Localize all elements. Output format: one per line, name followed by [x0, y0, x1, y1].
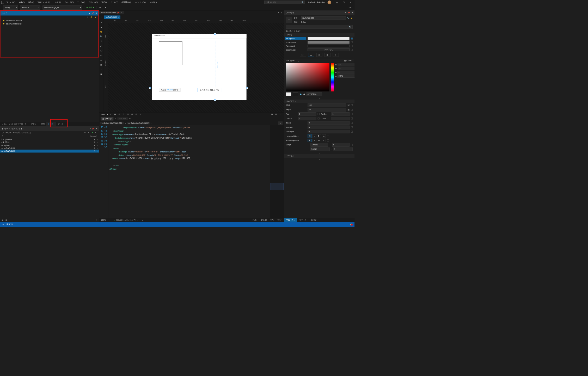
solid-brush-icon[interactable]: ▬ [308, 53, 314, 57]
add-trigger-icon[interactable]: ⚡ [90, 16, 92, 18]
popout-icon[interactable]: ⧉ [128, 118, 132, 120]
scope-up-icon[interactable]: ⤴ [2, 135, 3, 137]
margin-top-input[interactable] [310, 147, 329, 151]
brush-swatch[interactable] [308, 41, 350, 44]
reset-icon[interactable]: ⟳ [348, 104, 350, 106]
visibility-icon[interactable]: 👁 [94, 141, 95, 143]
delete-trigger-icon[interactable]: ⚡ [95, 16, 97, 18]
tab-states[interactable]: 状態 [40, 122, 46, 126]
tree-row-grid[interactable]: ▾ ▦[Grid]👁○ [0, 141, 99, 144]
zindex-input[interactable] [308, 121, 350, 125]
visibility-icon[interactable]: 👁 [94, 147, 95, 149]
halign-stretch[interactable]: ⇔ [322, 134, 326, 138]
notifications-icon[interactable]: 🔔 [350, 223, 352, 225]
add-pane-button[interactable]: ＋ [278, 121, 283, 125]
no-brush-icon[interactable]: ⃠ [300, 53, 306, 57]
popout-icon[interactable]: ▢ [298, 60, 299, 62]
close-icon[interactable]: ✕ [95, 12, 97, 14]
grid-snap-icon[interactable]: ▦ [113, 113, 117, 116]
menu-view[interactable]: 表示(V) [27, 1, 35, 4]
minimap[interactable] [270, 125, 284, 218]
tree-row-window[interactable]: ▾ ▭[Window]👁○ [0, 138, 99, 140]
preview-button-200[interactable]: 幅と高さを 200 にする [198, 88, 221, 92]
trigger-item[interactable]: btnToWidth100.Click [1, 19, 99, 22]
menu-team[interactable]: チーム(M) [76, 1, 87, 4]
pan-tool-icon[interactable]: 🖐 [99, 29, 103, 34]
close-tab-icon[interactable]: ✕ [120, 11, 122, 14]
value-marker[interactable] [351, 122, 353, 124]
valign-bottom[interactable]: ⯆ [317, 139, 321, 142]
preview-button-100[interactable]: 幅と高 190.662 にする [159, 88, 180, 92]
split-v-icon[interactable]: ▥ [274, 113, 278, 116]
split-h-icon[interactable]: ▤ [270, 113, 273, 116]
code-body[interactable]: <BeginStoryboard x:Name="ChangeTo100_Beg… [108, 125, 270, 218]
visibility-icon[interactable]: 👁 [94, 144, 95, 146]
error-status[interactable]: 問題は見つかりませんでした [114, 219, 138, 221]
events-icon[interactable]: ⚡ [351, 17, 353, 19]
channel-r-input[interactable] [338, 63, 354, 66]
snap-icon[interactable]: ⊠ [130, 113, 134, 116]
layout-panel-icon[interactable]: ▭ [99, 58, 103, 62]
tab-xaml[interactable]: ▭ XAML [117, 117, 128, 120]
value-marker[interactable] [351, 109, 353, 110]
resize-handle[interactable] [149, 87, 151, 89]
scroll-left-icon[interactable]: ◂ [142, 219, 143, 221]
value-marker[interactable] [351, 131, 353, 133]
editor-zoom[interactable]: 100 % [101, 219, 106, 221]
brush-swatch[interactable] [308, 45, 350, 47]
add-event-icon[interactable]: ✧ [87, 16, 88, 18]
hex-input[interactable] [307, 93, 322, 96]
rec-icon[interactable]: ◉ [2, 219, 3, 221]
margin-right-input[interactable] [332, 143, 350, 146]
wrench-icon[interactable]: 🔧 [347, 17, 349, 19]
pin-icon[interactable]: 📌 [92, 12, 94, 14]
storyboard-controls[interactable]: ⋁ ✕ + ▸ [84, 132, 97, 134]
tab-properties[interactable]: プロパティ [284, 218, 297, 222]
margin-left-input[interactable] [311, 143, 328, 146]
halign-left[interactable]: ⯇ [308, 134, 312, 138]
brush-none[interactable]: ブラシなし [308, 48, 350, 51]
valign-center[interactable]: ≡ [312, 139, 316, 142]
value-marker[interactable] [351, 104, 353, 106]
config-dropdown[interactable]: Debug [3, 5, 18, 10]
channel-g-input[interactable] [338, 67, 355, 70]
preview-rectangle[interactable] [159, 41, 182, 65]
brush-foreground-row[interactable]: Foreground [284, 44, 355, 48]
trigger-item[interactable]: btnToWidth200.Click [1, 22, 99, 26]
halign-center[interactable]: ≡ [312, 134, 316, 138]
menu-format[interactable]: 形式(O) [100, 1, 109, 4]
hue-slider[interactable] [331, 63, 334, 91]
text-tool-icon[interactable]: T [99, 67, 103, 72]
minheight-input[interactable] [308, 130, 350, 133]
resize-handle[interactable] [214, 33, 216, 35]
search-box[interactable]: 検索 (Ctrl+Q) 🔍 [264, 1, 305, 4]
colspan-input[interactable] [331, 117, 350, 120]
brush-background-row[interactable]: Background [284, 36, 355, 40]
halign-right[interactable]: ⯈ [317, 134, 321, 138]
pin-icon[interactable]: 📌 [117, 11, 119, 14]
effects-icon[interactable]: fx [109, 113, 112, 116]
grid-tool-icon[interactable]: ▦ [99, 63, 103, 67]
close-icon[interactable]: ✕ [96, 127, 97, 130]
lock-icon[interactable]: ○ [96, 138, 97, 140]
value-marker[interactable] [327, 135, 329, 137]
tab-design[interactable]: ▦ デザイン [101, 117, 113, 121]
swap-icon[interactable]: ⇄ [303, 93, 305, 95]
expand-icon[interactable]: ⤢ [96, 219, 97, 221]
lock-icon[interactable]: ○ [96, 141, 97, 143]
brush-tool-icon[interactable]: 🖌 [99, 44, 103, 48]
menu-project[interactable]: プロジェクト(P) [36, 1, 52, 4]
snapshot-icon[interactable]: ▦ [5, 219, 7, 221]
breadcrumb-step[interactable]: btnToWidth200 ▾ [104, 15, 120, 19]
design-canvas-area[interactable]: MainWindow 幅と高 190.662 にする 幅と高さを 200 にする… [108, 23, 284, 112]
designer-surface[interactable]: ↖ ▲ 🖐 🔍 ✎ 🖌 ◯ ▭ ▭ ▦ T ▣ 215.828 160 240 [99, 20, 284, 112]
value-marker[interactable] [351, 49, 353, 51]
menu-edit[interactable]: 編集(E) [17, 1, 26, 4]
valign-top[interactable]: ⯅ [308, 139, 312, 142]
value-marker[interactable] [351, 126, 353, 128]
eol-mode[interactable]: CRLF [277, 219, 282, 221]
menu-ext[interactable]: 拡張機能(X) [120, 1, 132, 4]
maximize-button[interactable]: ▢ [341, 0, 347, 5]
value-marker[interactable] [351, 45, 353, 47]
snap-lines-icon[interactable]: ⊞ [118, 113, 121, 116]
